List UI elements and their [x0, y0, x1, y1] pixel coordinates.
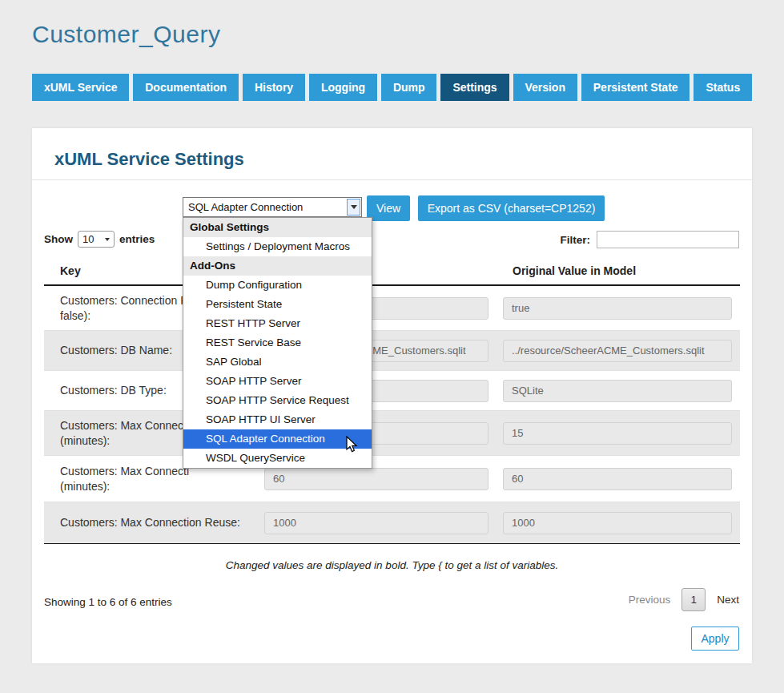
view-button[interactable]: View [367, 195, 410, 221]
table-header: Key Value Original Value in Model [44, 256, 740, 286]
table-row: Customers: Max Connection Reuse: [44, 502, 740, 543]
tab-version[interactable]: Version [513, 74, 577, 101]
setting-original-value-input[interactable] [503, 468, 732, 490]
show-label: Show [44, 233, 73, 245]
dropdown-item-soap-http-server[interactable]: SOAP HTTP Server [183, 372, 372, 391]
dropdown-item-dump-configuration[interactable]: Dump Configuration [183, 276, 372, 295]
settings-category-select-value: SQL Adapter Connection [188, 201, 303, 213]
main-nav-tabs: xUML Service Documentation History Loggi… [32, 74, 752, 101]
category-dropdown-list: Global Settings Settings / Deployment Ma… [183, 217, 372, 469]
table-info: Showing 1 to 6 of 6 entries [44, 596, 172, 608]
dropdown-item-rest-service-base[interactable]: REST Service Base [183, 333, 372, 353]
panel-heading: xUML Service Settings [54, 149, 244, 170]
pagination-previous[interactable]: Previous [629, 594, 671, 606]
dropdown-item-wsdl-queryservice[interactable]: WSDL QueryService [183, 449, 372, 468]
select-arrow-box[interactable] [347, 199, 360, 216]
pagination-page-1[interactable]: 1 [681, 588, 706, 611]
table-row: Customers: DB Type: [44, 370, 740, 410]
page-length-select[interactable]: 10 [78, 231, 115, 248]
setting-original-value-input[interactable] [503, 380, 732, 402]
dropdown-item-persistent-state[interactable]: Persistent State [183, 295, 372, 314]
chevron-down-icon [105, 238, 110, 241]
page-title: Customer_Query [32, 21, 220, 48]
heading-divider [32, 179, 752, 180]
tab-xuml-service[interactable]: xUML Service [32, 74, 129, 101]
export-csv-button[interactable]: Export as CSV (charset=CP1252) [418, 195, 605, 221]
settings-panel: xUML Service Settings SQL Adapter Connec… [32, 128, 752, 663]
table-row: Customers: Connection P false): [44, 286, 740, 330]
apply-button[interactable]: Apply [691, 627, 739, 651]
table-row: Customers: Max Connecti (minutes): [44, 410, 740, 455]
filter-label: Filter: [560, 234, 590, 246]
setting-value-input[interactable] [264, 468, 488, 490]
table-note: Changed values are displayed in bold. Ty… [32, 559, 752, 571]
dropdown-group-global-settings: Global Settings [183, 218, 372, 237]
page-length-value: 10 [82, 233, 94, 245]
tab-logging[interactable]: Logging [309, 74, 377, 101]
settings-table: Customers: Connection P false): Customer… [44, 286, 740, 544]
page-length-control: Show 10 entries [44, 231, 155, 248]
pagination-next[interactable]: Next [717, 594, 739, 606]
setting-key: Customers: Max Connection Reuse: [44, 515, 264, 530]
header-original-value[interactable]: Original Value in Model [503, 264, 740, 277]
tab-persistent-state[interactable]: Persistent State [581, 74, 690, 101]
tab-history[interactable]: History [243, 74, 305, 101]
filter-control: Filter: [560, 231, 739, 248]
filter-input[interactable] [597, 231, 739, 248]
dropdown-item-sap-global[interactable]: SAP Global [183, 353, 372, 372]
setting-original-value-input[interactable] [503, 297, 732, 320]
tab-dump[interactable]: Dump [381, 74, 436, 101]
dropdown-item-settings-deployment-macros[interactable]: Settings / Deployment Macros [183, 237, 372, 256]
tab-documentation[interactable]: Documentation [133, 74, 239, 101]
dropdown-item-sql-adapter-connection[interactable]: SQL Adapter Connection [183, 429, 372, 449]
dropdown-item-soap-http-ui-server[interactable]: SOAP HTTP UI Server [183, 410, 372, 429]
table-row: Customers: DB Name: [44, 330, 740, 370]
tab-settings[interactable]: Settings [440, 74, 509, 101]
setting-original-value-input[interactable] [503, 512, 732, 534]
tab-status[interactable]: Status [694, 74, 752, 101]
dropdown-item-soap-http-service-request[interactable]: SOAP HTTP Service Request [183, 391, 372, 410]
setting-original-value-input[interactable] [503, 422, 732, 445]
table-row: Customers: Max Connecti (minutes): [44, 455, 740, 502]
dropdown-item-rest-http-server[interactable]: REST HTTP Server [183, 314, 372, 333]
settings-category-select[interactable]: SQL Adapter Connection [183, 197, 362, 217]
dropdown-group-add-ons: Add-Ons [183, 256, 372, 276]
setting-original-value-input[interactable] [503, 340, 732, 362]
setting-value-input[interactable] [264, 512, 488, 534]
pagination: Previous 1 Next [629, 588, 739, 611]
entries-label: entries [119, 233, 155, 245]
chevron-down-icon [351, 205, 357, 209]
